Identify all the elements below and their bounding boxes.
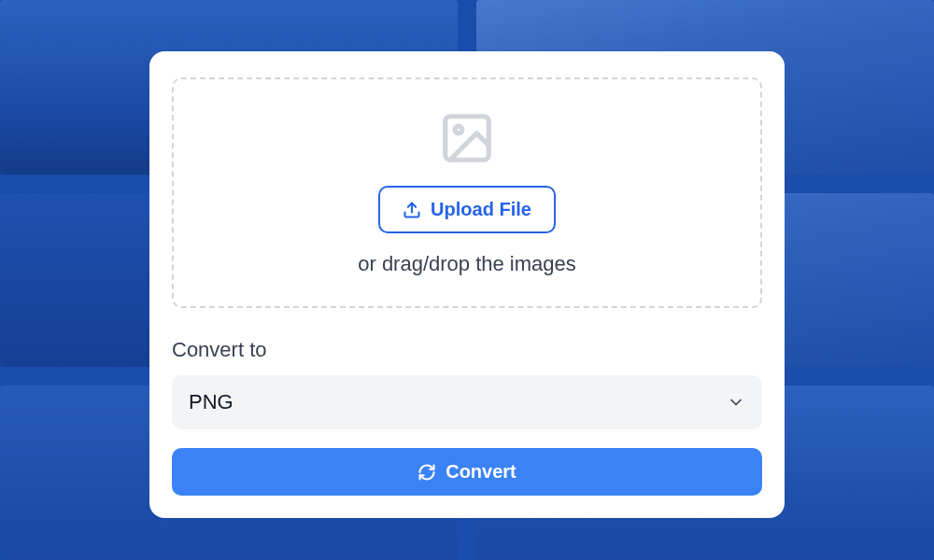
upload-button-label: Upload File [431, 199, 531, 220]
file-dropzone[interactable]: Upload File or drag/drop the images [172, 77, 762, 308]
convert-section: Convert to PNG Convert [172, 338, 762, 496]
convert-to-label: Convert to [172, 338, 762, 362]
convert-button[interactable]: Convert [172, 448, 762, 496]
upload-icon [403, 201, 421, 219]
image-icon [438, 109, 496, 167]
drag-drop-text: or drag/drop the images [358, 252, 576, 276]
converter-card: Upload File or drag/drop the images Conv… [149, 51, 785, 518]
format-select-wrapper: PNG [172, 375, 762, 429]
refresh-icon [417, 463, 436, 482]
upload-file-button[interactable]: Upload File [378, 186, 556, 233]
convert-button-label: Convert [446, 461, 517, 483]
format-select[interactable]: PNG [172, 375, 762, 429]
svg-point-1 [455, 126, 462, 133]
